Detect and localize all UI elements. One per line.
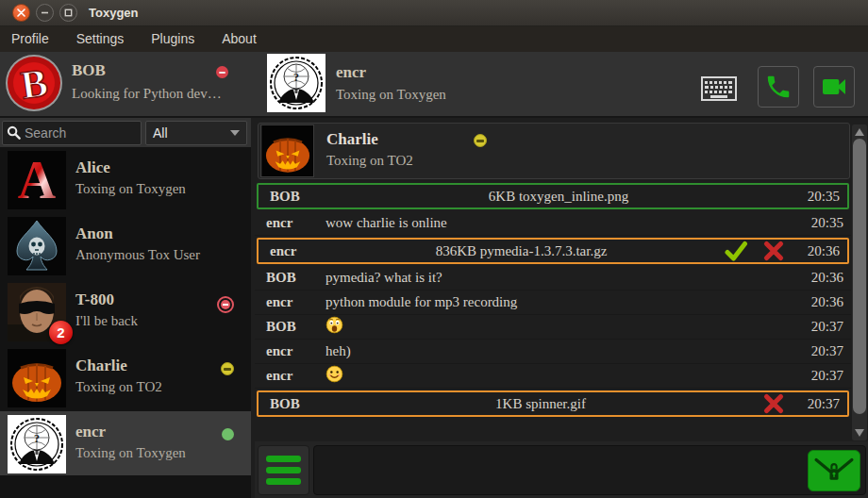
self-name: BOB: [72, 61, 106, 80]
message-author: BOB: [259, 189, 319, 205]
compose-bar: [255, 441, 868, 498]
contact-status-message: Toxing on Toxygen: [75, 181, 186, 197]
file-transfer-label: 836KB pymedia-1.3.7.3.tar.gz: [319, 243, 724, 259]
hamburger-icon: [266, 467, 301, 473]
contact-list: A Alice Toxing on Toxygen: [0, 147, 251, 498]
menu-bar: Profile Settings Plugins About: [0, 26, 868, 52]
close-icon[interactable]: [12, 4, 30, 22]
message-body: python module for mp3 recording: [315, 294, 802, 310]
message-file-offer: encr 836KB pymedia-1.3.7.3.tar.gz 20:36: [257, 238, 849, 264]
message-scrollbar[interactable]: [852, 124, 867, 440]
peer-status-message: Toxing on Toxygen: [336, 87, 446, 103]
contact-name: Alice: [75, 158, 110, 177]
svg-text:?: ?: [34, 432, 40, 445]
filter-selected-value: All: [153, 125, 168, 141]
file-transfer-label: 6KB toxygen_inline.png: [319, 189, 798, 205]
message-body: pymedia? what is it?: [315, 270, 802, 286]
anon-avatar: [8, 217, 66, 275]
chat-contact-card: Charlie Toxing on TO2: [258, 123, 850, 179]
self-avatar[interactable]: B: [5, 54, 63, 112]
message-author: encr: [255, 294, 315, 310]
charlie-avatar: [260, 124, 314, 177]
contact-row-alice[interactable]: A Alice Toxing on Toxygen: [0, 147, 251, 213]
minimize-icon[interactable]: [36, 4, 54, 22]
send-message-button[interactable]: [808, 450, 860, 491]
message-history: BOB 6KB toxygen_inline.png 20:35 encr wo…: [255, 181, 851, 419]
search-box[interactable]: [2, 121, 142, 145]
accept-file-icon[interactable]: [724, 240, 748, 262]
message-time: 20:35: [798, 189, 847, 205]
message-author: encr: [255, 368, 315, 384]
contact-status-message: I'll be back: [75, 313, 138, 329]
contact-row-encr[interactable]: ? encr Toxing on Toxygen: [0, 411, 251, 475]
message-author: BOB: [255, 319, 315, 335]
menu-about[interactable]: About: [210, 27, 273, 51]
message-time: 20:37: [802, 343, 851, 359]
contact-row-anon[interactable]: Anon Anonymous Tox User: [0, 213, 251, 279]
decline-file-icon[interactable]: [762, 240, 785, 262]
message-emoji: encr 20:37: [255, 364, 851, 389]
encr-avatar: ?: [8, 415, 66, 473]
encrypted-send-icon: [812, 455, 856, 487]
menu-plugins[interactable]: Plugins: [140, 27, 210, 51]
scrollbar-thumb[interactable]: [853, 139, 866, 414]
message-time: 20:37: [798, 396, 847, 412]
maximize-icon[interactable]: [59, 4, 77, 22]
message-body: wow charlie is online: [315, 215, 802, 231]
busy-status-icon: [217, 296, 234, 313]
chevron-down-icon: [230, 130, 240, 136]
phone-icon: [764, 73, 793, 101]
contact-row-t800[interactable]: T-800 I'll be back 2: [0, 279, 251, 345]
message-emoji: BOB 20:37: [255, 315, 851, 340]
contact-row-charlie[interactable]: Charlie Toxing on TO2: [0, 345, 251, 411]
self-status-message: Looking for Python dev…: [72, 86, 222, 102]
charlie-avatar: [8, 349, 66, 407]
message-author: BOB: [255, 270, 315, 286]
search-input[interactable]: [25, 125, 133, 141]
message-text: BOB pymedia? what is it? 20:36: [255, 266, 851, 290]
message-time: 20:35: [802, 215, 851, 231]
message-author: encr: [255, 343, 315, 359]
contact-name: T-800: [75, 290, 114, 309]
svg-text:A: A: [18, 151, 57, 209]
chat-panel: Charlie Toxing on TO2 BOB 6KB toxygen_in…: [255, 118, 868, 498]
svg-text:?: ?: [293, 71, 299, 84]
peer-name: encr: [336, 63, 366, 82]
contact-name: Charlie: [75, 357, 127, 375]
attachments-menu-button[interactable]: [258, 445, 309, 495]
audio-call-button[interactable]: [758, 66, 799, 108]
contact-name: encr: [75, 423, 106, 441]
menu-settings[interactable]: Settings: [65, 27, 141, 51]
smile-emoji-icon: [326, 365, 343, 383]
message-file-complete: BOB 6KB toxygen_inline.png 20:35: [257, 183, 849, 209]
online-status-icon: [222, 428, 234, 440]
unread-count-badge: 2: [49, 321, 73, 344]
message-text: encr wow charlie is online 20:35: [255, 211, 851, 236]
contact-status-message: Toxing on TO2: [75, 379, 162, 395]
away-status-icon: [221, 362, 234, 375]
filter-row: All: [0, 118, 251, 147]
contacts-panel: All A Alice Toxing on Toxygen: [0, 118, 251, 498]
message-time: 20:37: [802, 368, 851, 384]
message-time: 20:36: [798, 243, 847, 259]
video-call-button[interactable]: [813, 66, 855, 108]
self-busy-status-icon: [216, 66, 228, 78]
window-title: Toxygen: [89, 6, 139, 20]
contact-filter-dropdown[interactable]: All: [145, 121, 247, 145]
alice-avatar: A: [8, 151, 66, 209]
toxygen-window: Toxygen Profile Settings Plugins About B…: [0, 0, 868, 498]
menu-profile[interactable]: Profile: [0, 27, 65, 51]
message-time: 20:36: [802, 294, 851, 310]
message-author: BOB: [259, 396, 319, 412]
message-text: encr python module for mp3 recording 20:…: [255, 290, 851, 315]
scroll-down-icon[interactable]: [855, 429, 864, 437]
message-input[interactable]: [313, 445, 866, 495]
message-author: encr: [255, 215, 315, 231]
message-body: heh): [315, 343, 802, 359]
hamburger-icon: [266, 456, 301, 462]
cancel-file-icon[interactable]: [762, 392, 785, 415]
contact-status-message: Toxing on Toxygen: [75, 445, 186, 461]
typing-keyboard-icon: [701, 76, 737, 105]
scroll-up-icon[interactable]: [855, 128, 864, 136]
peer-avatar: ?: [267, 54, 326, 112]
